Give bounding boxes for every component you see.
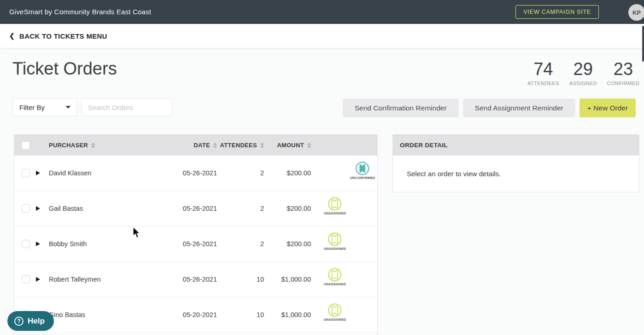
order-date: 05-26-2021 — [183, 240, 217, 248]
back-chevron-icon: ❮ — [9, 33, 15, 39]
order-amount: $200.00 — [287, 240, 311, 248]
order-attendees: 2 — [260, 240, 264, 248]
order-detail-header: ORDER DETAIL — [393, 135, 639, 156]
app-title: GiveSmart by Community Brands East Coast — [9, 8, 151, 16]
sort-icon[interactable] — [260, 143, 264, 148]
sort-icon[interactable] — [213, 143, 217, 148]
table-row[interactable]: Gino Bastas 05-20-2021 10 $1,000.00 UNAS… — [14, 297, 377, 333]
ticket-orders-table: PURCHASER DATE ATTENDEES AMOUNT David Kl… — [14, 134, 378, 335]
stat-attendees: 74 ATTENDEES — [527, 60, 559, 86]
new-order-button[interactable]: + New Order — [580, 98, 636, 117]
order-detail-empty-message: Select an order to view details. — [393, 156, 639, 192]
table-row[interactable]: Robert Talleymen 05-26-2021 10 $1,000.00… — [14, 262, 377, 297]
purchaser-name: Robert Talleymen — [49, 276, 101, 283]
expand-row-icon[interactable] — [36, 277, 40, 282]
actions-toolbar: Send Confirmation Reminder Send Assignme… — [343, 98, 636, 117]
status-cell: UNASSIGNED UNASSIGNED — [311, 226, 377, 261]
stat-confirmed-label: CONFIRMED — [607, 81, 639, 86]
order-attendees: 10 — [257, 311, 264, 318]
help-label: Help — [28, 317, 45, 326]
purchaser-name: Gino Bastas — [49, 311, 85, 318]
sort-icon[interactable] — [307, 143, 311, 148]
top-bar: GiveSmart by Community Brands East Coast… — [0, 0, 644, 24]
search-orders-input[interactable] — [82, 98, 172, 116]
scrollbar-thumb[interactable] — [642, 26, 644, 62]
order-amount: $200.00 — [287, 169, 311, 177]
table-body: David Klassen 05-26-2021 2 $200.00 UNCON… — [14, 156, 377, 333]
send-assignment-reminder-button[interactable]: Send Assignment Reminder — [463, 98, 575, 117]
stat-attendees-value: 74 — [533, 60, 553, 79]
filter-by-label: Filter By — [19, 104, 45, 111]
order-date: 05-20-2021 — [183, 311, 217, 318]
status-cell: UNCONFIRMED UNCONFIRMED — [311, 156, 377, 191]
order-date: 05-26-2021 — [183, 169, 217, 177]
back-bar: ❮ BACK TO TICKETS MENU — [0, 24, 644, 48]
sort-icon[interactable] — [91, 143, 95, 148]
user-avatar[interactable]: KP — [628, 4, 644, 21]
status-label: UNASSIGNED — [324, 212, 346, 215]
order-attendees: 10 — [257, 276, 264, 283]
stat-confirmed-value: 23 — [614, 60, 633, 79]
status-label: UNASSIGNED — [324, 247, 346, 250]
header-attendees[interactable]: ATTENDEES — [217, 142, 264, 149]
summary-stats: 74 ATTENDEES 29 ASSIGNED 23 CONFIRMED — [527, 60, 639, 86]
expand-row-icon[interactable] — [36, 206, 40, 211]
ticket-unassigned-icon — [328, 267, 342, 282]
select-all-checkbox[interactable] — [22, 141, 30, 150]
header-status-spacer — [311, 135, 377, 156]
row-checkbox[interactable] — [22, 169, 30, 177]
order-amount: $1,000.00 — [281, 276, 311, 283]
status-unassigned-badge: UNASSIGNED — [324, 303, 346, 321]
status-cell: UNASSIGNED UNASSIGNED — [311, 191, 377, 226]
ticket-unconfirmed-icon — [355, 161, 370, 176]
back-to-tickets-menu-link[interactable]: ❮ BACK TO TICKETS MENU — [9, 32, 107, 40]
purchaser-name: David Klassen — [49, 169, 92, 177]
order-date: 05-26-2021 — [183, 276, 217, 283]
expand-row-icon[interactable] — [36, 242, 40, 246]
purchaser-name: Bobby Smith — [49, 240, 87, 248]
status-unassigned-badge: UNASSIGNED — [324, 232, 346, 250]
stat-assigned: 29 ASSIGNED — [569, 60, 597, 86]
status-unassigned-badge: UNASSIGNED — [324, 267, 346, 286]
send-confirmation-reminder-button[interactable]: Send Confirmation Reminder — [343, 98, 459, 117]
order-date: 05-26-2021 — [183, 205, 217, 212]
stat-assigned-label: ASSIGNED — [569, 81, 597, 86]
status-cell: UNASSIGNED UNASSIGNED — [311, 262, 377, 297]
expand-row-icon[interactable] — [36, 171, 40, 175]
stat-confirmed: 23 CONFIRMED — [607, 60, 639, 86]
status-label: UNCONFIRMED — [350, 176, 375, 179]
ticket-unassigned-icon — [328, 196, 342, 211]
order-amount: $200.00 — [287, 205, 311, 212]
status-unconfirmed-badge: UNCONFIRMED — [350, 161, 375, 179]
table-row[interactable]: David Klassen 05-26-2021 2 $200.00 UNCON… — [14, 156, 377, 191]
caret-down-icon — [66, 106, 70, 109]
header-purchaser[interactable]: PURCHASER — [49, 142, 148, 149]
order-attendees: 2 — [260, 169, 264, 177]
header-amount[interactable]: AMOUNT — [264, 142, 311, 149]
ticket-unassigned-icon — [328, 303, 342, 318]
status-cell: UNASSIGNED UNASSIGNED — [311, 297, 377, 332]
order-attendees: 2 — [260, 205, 264, 212]
view-campaign-site-button[interactable]: VIEW CAMPAIGN SITE — [515, 5, 599, 19]
help-button[interactable]: ? Help — [7, 311, 54, 331]
row-checkbox[interactable] — [22, 240, 30, 248]
table-row[interactable]: Bobby Smith 05-26-2021 2 $200.00 UNASSIG… — [14, 226, 377, 262]
filter-by-dropdown[interactable]: Filter By — [12, 98, 77, 116]
table-header-row: PURCHASER DATE ATTENDEES AMOUNT — [14, 135, 377, 156]
question-mark-icon: ? — [14, 317, 23, 326]
table-row[interactable]: Gail Bastas 05-26-2021 2 $200.00 UNASSIG… — [14, 191, 377, 226]
header-date[interactable]: DATE — [148, 142, 217, 149]
purchaser-name: Gail Bastas — [49, 205, 83, 212]
ticket-unassigned-icon — [328, 232, 342, 247]
status-label: UNASSIGNED — [324, 318, 346, 321]
back-link-label: BACK TO TICKETS MENU — [19, 32, 107, 40]
order-detail-panel: ORDER DETAIL Select an order to view det… — [392, 134, 639, 192]
filter-toolbar: Filter By — [12, 98, 172, 116]
row-checkbox[interactable] — [22, 275, 30, 283]
stat-assigned-value: 29 — [574, 60, 593, 79]
row-checkbox[interactable] — [22, 204, 30, 213]
page-title: Ticket Orders — [12, 59, 117, 79]
stat-attendees-label: ATTENDEES — [527, 81, 559, 86]
status-label: UNASSIGNED — [324, 283, 346, 286]
order-amount: $1,000.00 — [281, 311, 311, 318]
